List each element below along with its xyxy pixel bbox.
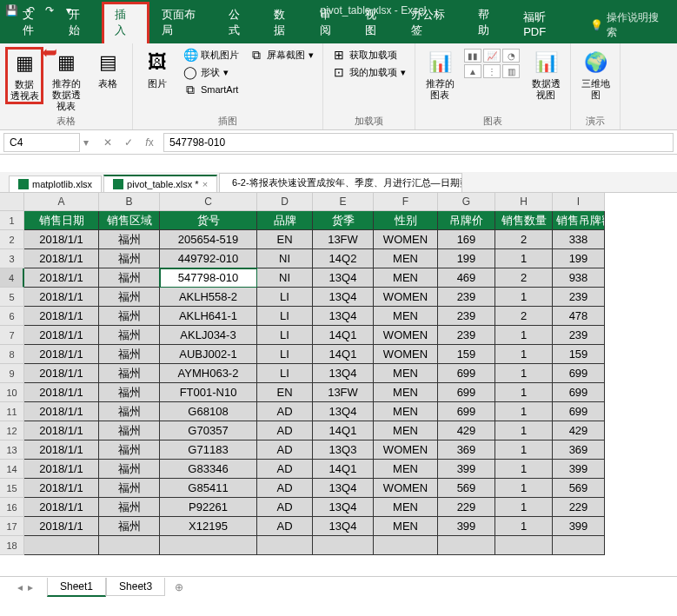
cell[interactable]: 1 xyxy=(495,479,553,498)
workbook-tab[interactable]: matplotlib.xlsx xyxy=(9,176,102,192)
column-header[interactable]: D xyxy=(257,193,313,211)
cell[interactable]: 2018/1/1 xyxy=(24,326,99,345)
cell[interactable]: 2018/1/1 xyxy=(24,268,99,288)
cell[interactable]: LI xyxy=(257,288,313,307)
cell[interactable]: WOMEN xyxy=(374,230,438,249)
cell[interactable]: 14Q1 xyxy=(313,460,374,479)
cell[interactable]: 2018/1/1 xyxy=(24,249,99,268)
column-header[interactable]: G xyxy=(438,193,495,211)
pie-chart-icon[interactable]: ◔ xyxy=(502,49,520,63)
cell[interactable]: X12195 xyxy=(160,517,257,536)
cell[interactable]: 13Q4 xyxy=(313,364,374,383)
pictures-button[interactable]: 🖼 图片 xyxy=(138,47,176,91)
cell[interactable]: WOMEN xyxy=(374,288,438,307)
cell[interactable]: 399 xyxy=(553,517,605,536)
cell[interactable]: 1 xyxy=(495,517,553,536)
cell[interactable]: 14Q2 xyxy=(313,249,374,268)
cell[interactable]: 399 xyxy=(438,460,495,479)
cell[interactable]: MEN xyxy=(374,498,438,517)
cell[interactable]: 销售日期 xyxy=(24,211,99,230)
cell[interactable]: 1 xyxy=(495,440,553,460)
cell[interactable]: MEN xyxy=(374,383,438,402)
smartart-button[interactable]: ⧉ SmartArt xyxy=(180,82,242,97)
cell[interactable]: 福州 xyxy=(99,402,160,421)
cell[interactable]: AD xyxy=(257,498,313,517)
screenshot-button[interactable]: ⧉ 屏幕截图 ▾ xyxy=(246,47,317,63)
cell[interactable]: 福州 xyxy=(99,345,160,364)
name-box[interactable]: C4 xyxy=(3,133,80,152)
cell[interactable]: 699 xyxy=(438,364,495,383)
cell[interactable]: 销售吊牌额 xyxy=(553,211,605,230)
sheet-next-icon[interactable]: ▸ xyxy=(28,581,33,593)
cell[interactable]: 货号 xyxy=(160,211,257,230)
row-header[interactable]: 8 xyxy=(0,345,24,364)
cell[interactable]: WOMEN xyxy=(374,345,438,364)
row-header[interactable]: 18 xyxy=(0,536,24,555)
cell[interactable]: AD xyxy=(257,421,313,440)
cell[interactable]: 福州 xyxy=(99,498,160,517)
cell[interactable] xyxy=(24,536,99,555)
cell[interactable]: 1 xyxy=(495,288,553,307)
name-box-dropdown-icon[interactable]: ▾ xyxy=(83,136,89,149)
cell[interactable]: LI xyxy=(257,326,313,345)
cell[interactable]: 399 xyxy=(438,517,495,536)
cell[interactable]: LI xyxy=(257,364,313,383)
cell[interactable]: 369 xyxy=(438,440,495,460)
cell[interactable]: 369 xyxy=(553,440,605,460)
cell[interactable]: 1 xyxy=(495,383,553,402)
online-pictures-button[interactable]: 🌐 联机图片 xyxy=(180,47,242,63)
cell[interactable]: 2018/1/1 xyxy=(24,517,99,536)
cell[interactable]: 205654-519 xyxy=(160,230,257,249)
cell[interactable]: 福州 xyxy=(99,307,160,326)
tab-data[interactable]: 数据 xyxy=(262,3,308,43)
row-header[interactable]: 2 xyxy=(0,230,24,249)
area-chart-icon[interactable]: ▲ xyxy=(464,64,481,78)
row-header[interactable]: 1 xyxy=(0,211,24,230)
cell[interactable]: 159 xyxy=(438,345,495,364)
cell[interactable]: LI xyxy=(257,345,313,364)
cell[interactable]: 699 xyxy=(438,383,495,402)
cell[interactable]: 13FW xyxy=(313,230,374,249)
my-addins-button[interactable]: ⊡ 我的加载项 ▾ xyxy=(329,64,409,80)
cell[interactable]: 469 xyxy=(438,268,495,288)
tab-formula[interactable]: 公式 xyxy=(216,3,262,43)
cell[interactable]: 2018/1/1 xyxy=(24,460,99,479)
cell[interactable]: 13Q4 xyxy=(313,268,374,288)
cell[interactable]: 2018/1/1 xyxy=(24,402,99,421)
cell[interactable]: G85411 xyxy=(160,479,257,498)
tab-office[interactable]: 办公标签 xyxy=(399,3,466,43)
cancel-formula-icon[interactable]: ✕ xyxy=(97,133,118,152)
cell[interactable]: 福州 xyxy=(99,479,160,498)
row-header[interactable]: 12 xyxy=(0,421,24,440)
cell[interactable]: 547798-010 xyxy=(160,268,257,288)
table-button[interactable]: ▤ 表格 xyxy=(89,47,127,91)
cell[interactable]: 1 xyxy=(495,364,553,383)
row-header[interactable]: 9 xyxy=(0,364,24,383)
cell[interactable]: 1 xyxy=(495,402,553,421)
enter-formula-icon[interactable]: ✓ xyxy=(118,133,139,152)
cell[interactable]: 13Q4 xyxy=(313,402,374,421)
cell[interactable]: 2 xyxy=(495,307,553,326)
fx-icon[interactable]: fx xyxy=(139,133,160,152)
cell[interactable]: 福州 xyxy=(99,326,160,345)
cell[interactable]: 2018/1/1 xyxy=(24,288,99,307)
cell[interactable]: FT001-N10 xyxy=(160,383,257,402)
cell[interactable]: AD xyxy=(257,440,313,460)
cell[interactable]: WOMEN xyxy=(374,479,438,498)
cell[interactable]: 169 xyxy=(438,230,495,249)
select-all-corner[interactable] xyxy=(0,193,24,211)
cell[interactable]: 福州 xyxy=(99,268,160,288)
tab-help[interactable]: 帮助 xyxy=(466,3,512,43)
cell[interactable]: 699 xyxy=(438,402,495,421)
cell[interactable]: 销售区域 xyxy=(99,211,160,230)
cell[interactable] xyxy=(99,536,160,555)
cell[interactable]: AKLH558-2 xyxy=(160,288,257,307)
tab-foxit[interactable]: 福昕PDF xyxy=(511,6,578,43)
cell[interactable]: LI xyxy=(257,307,313,326)
sheet-tab-active[interactable]: Sheet1 xyxy=(47,578,106,597)
cell[interactable]: 159 xyxy=(553,345,605,364)
get-addins-button[interactable]: ⊞ 获取加载项 xyxy=(329,47,409,63)
cell[interactable]: 13Q4 xyxy=(313,307,374,326)
cell[interactable]: 吊牌价 xyxy=(438,211,495,230)
tab-insert[interactable]: 插入 xyxy=(102,2,149,43)
